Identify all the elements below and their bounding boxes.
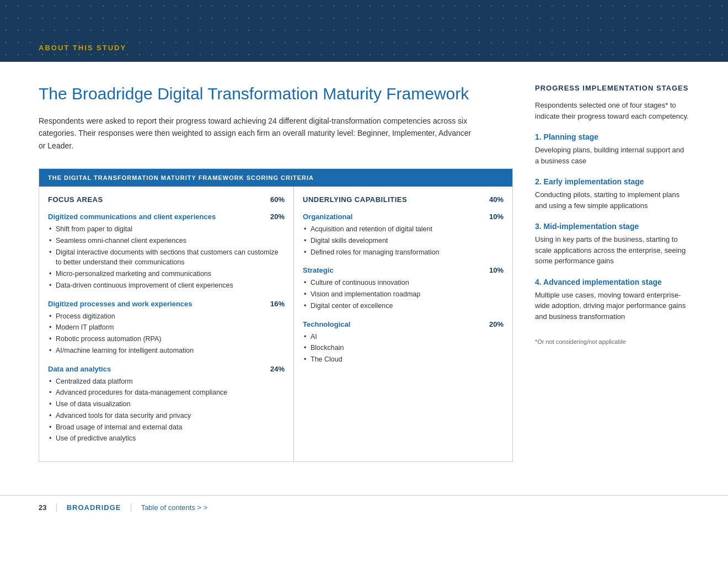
category-processes-list: Process digitization Modern IT platform … bbox=[48, 311, 285, 356]
list-item: Digital skills development bbox=[303, 236, 504, 246]
category-technological-list: AI Blockchain The Cloud bbox=[303, 332, 504, 365]
category-data-title: Data and analytics 24% bbox=[48, 365, 285, 373]
header-banner: ABOUT THIS STUDY bbox=[0, 0, 728, 62]
page-title: The Broadridge Digital Transformation Ma… bbox=[39, 84, 513, 104]
list-item: Robotic process automation (RPA) bbox=[48, 334, 285, 344]
framework-header: THE DIGITAL TRANSFORMATION MATURITY FRAM… bbox=[39, 169, 512, 187]
progress-title: PROGRESS IMPLEMENTATION STAGES bbox=[535, 84, 689, 92]
progress-intro: Respondents selected one of four stages*… bbox=[535, 100, 689, 121]
category-communications-list: Shift from paper to digital Seamless omn… bbox=[48, 224, 285, 291]
section-label: ABOUT THIS STUDY bbox=[39, 44, 126, 52]
footer-brand: BROADRIDGE bbox=[67, 503, 121, 512]
stage-1-description: Developing plans, building internal supp… bbox=[535, 145, 689, 166]
main-content: The Broadridge Digital Transformation Ma… bbox=[0, 62, 728, 484]
category-strategic-title: Strategic 10% bbox=[303, 266, 504, 274]
table-of-contents-link[interactable]: Table of contents > > bbox=[141, 503, 208, 512]
right-section: PROGRESS IMPLEMENTATION STAGES Responden… bbox=[535, 84, 689, 462]
underlying-capabilities-percentage: 40% bbox=[489, 195, 504, 204]
framework-body: FOCUS AREAS 60% Digitized communications… bbox=[39, 187, 512, 461]
stage-3-title: 3. Mid-implementation stage bbox=[535, 222, 689, 231]
footnote: *Or not considering/not applicable bbox=[535, 338, 689, 345]
list-item: Use of predictive analytics bbox=[48, 433, 285, 444]
list-item: Culture of continuous innovation bbox=[303, 278, 504, 288]
list-item: Vision and implementation roadmap bbox=[303, 289, 504, 300]
category-organizational-title: Organizational 10% bbox=[303, 213, 504, 221]
list-item: Use of data visualization bbox=[48, 399, 285, 410]
category-communications-title: Digitized communications and client expe… bbox=[48, 213, 285, 221]
underlying-capabilities-label: UNDERLYING CAPABILITIES bbox=[303, 195, 407, 204]
stage-4: 4. Advanced implementation stage Multipl… bbox=[535, 278, 689, 322]
footer-divider-2: | bbox=[130, 502, 132, 512]
list-item: Advanced tools for data security and pri… bbox=[48, 411, 285, 421]
stage-3: 3. Mid-implementation stage Using in key… bbox=[535, 222, 689, 267]
list-item: Data-driven continuous improvement of cl… bbox=[48, 280, 285, 291]
header-pattern bbox=[0, 0, 728, 62]
stage-1-title: 1. Planning stage bbox=[535, 132, 689, 141]
list-item: Advanced procedures for data-management … bbox=[48, 387, 285, 398]
underlying-capabilities-column: UNDERLYING CAPABILITIES 40% Organization… bbox=[294, 187, 512, 461]
category-organizational-list: Acquisition and retention of digital tal… bbox=[303, 224, 504, 257]
focus-areas-column: FOCUS AREAS 60% Digitized communications… bbox=[39, 187, 294, 461]
list-item: Defined roles for managing transformatio… bbox=[303, 247, 504, 258]
list-item: Blockchain bbox=[303, 343, 504, 353]
list-item: The Cloud bbox=[303, 354, 504, 365]
footer-divider-1: | bbox=[55, 502, 57, 512]
list-item: Process digitization bbox=[48, 311, 285, 322]
page-number: 23 bbox=[39, 503, 46, 512]
list-item: AI bbox=[303, 332, 504, 342]
focus-areas-header: FOCUS AREAS 60% bbox=[48, 195, 285, 204]
stage-2: 2. Early implementation stage Conducting… bbox=[535, 177, 689, 211]
list-item: Acquisition and retention of digital tal… bbox=[303, 224, 504, 235]
category-strategic-list: Culture of continuous innovation Vision … bbox=[303, 278, 504, 311]
focus-areas-percentage: 60% bbox=[270, 195, 285, 204]
left-section: The Broadridge Digital Transformation Ma… bbox=[39, 84, 513, 462]
underlying-capabilities-header: UNDERLYING CAPABILITIES 40% bbox=[303, 195, 504, 204]
list-item: Centralized data platform bbox=[48, 376, 285, 387]
list-item: Shift from paper to digital bbox=[48, 224, 285, 235]
page-footer: 23 | BROADRIDGE | Table of contents > > bbox=[0, 495, 728, 519]
stage-2-title: 2. Early implementation stage bbox=[535, 177, 689, 186]
focus-areas-label: FOCUS AREAS bbox=[48, 195, 103, 204]
list-item: Digital center of excellence bbox=[303, 301, 504, 311]
page-description: Respondents were asked to report their p… bbox=[39, 115, 474, 152]
stage-4-description: Multiple use cases, moving toward enterp… bbox=[535, 290, 689, 322]
stage-4-title: 4. Advanced implementation stage bbox=[535, 278, 689, 286]
list-item: Digital interactive documents with secti… bbox=[48, 247, 285, 268]
list-item: AI/machine learning for intelligent auto… bbox=[48, 346, 285, 356]
list-item: Seamless omni-channel client experiences bbox=[48, 236, 285, 246]
list-item: Broad usage of internal and external dat… bbox=[48, 422, 285, 433]
list-item: Micro-personalized marketing and communi… bbox=[48, 269, 285, 279]
category-data-list: Centralized data platform Advanced proce… bbox=[48, 376, 285, 444]
category-technological-title: Technological 20% bbox=[303, 320, 504, 328]
list-item: Modern IT platform bbox=[48, 322, 285, 333]
category-processes-title: Digitized processes and work experiences… bbox=[48, 300, 285, 308]
stage-1: 1. Planning stage Developing plans, buil… bbox=[535, 132, 689, 166]
stage-3-description: Using in key parts of the business, star… bbox=[535, 234, 689, 267]
framework-box: THE DIGITAL TRANSFORMATION MATURITY FRAM… bbox=[39, 168, 513, 462]
stage-2-description: Conducting pilots, starting to implement… bbox=[535, 189, 689, 211]
